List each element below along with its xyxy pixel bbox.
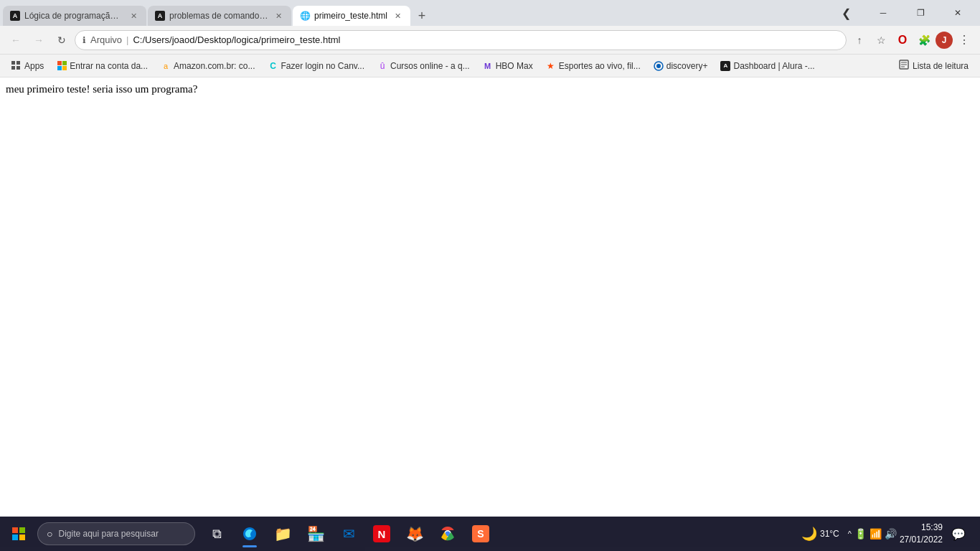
notification-button[interactable]: 💬 bbox=[946, 521, 971, 547]
search-placeholder: Digite aqui para pesquisar bbox=[58, 529, 158, 539]
discovery-label: discovery+ bbox=[666, 61, 708, 71]
bookmark-ms[interactable]: Entrar na conta da... bbox=[51, 59, 154, 73]
tab1-title: Lógica de programação I: Os pri... bbox=[24, 11, 123, 21]
hbo-label: HBO Max bbox=[496, 61, 533, 71]
bookmarks-right: Lista de leitura bbox=[892, 57, 974, 75]
tab3-favicon: 🌐 bbox=[300, 11, 310, 21]
tab1-close[interactable]: ✕ bbox=[128, 10, 139, 22]
edge-icon bbox=[241, 525, 258, 542]
chevron-up-icon[interactable]: ^ bbox=[848, 529, 852, 538]
forward-button[interactable]: → bbox=[29, 30, 49, 50]
address-url: C:/Users/joaod/Desktop/logica/primeiro_t… bbox=[133, 34, 340, 45]
taskbar-apps: ⧉ 📁 🏪 ✉ N 🦊 bbox=[201, 518, 496, 550]
bookmark-alura[interactable]: A Dashboard | Alura -... bbox=[715, 59, 820, 73]
tab-2[interactable]: A problemas de comando | Lógica... ✕ bbox=[148, 6, 291, 26]
navbar: ← → ↻ ℹ Arquivo | C:/Users/joaod/Desktop… bbox=[0, 26, 980, 55]
close-button[interactable]: ✕ bbox=[941, 0, 974, 26]
nav-right-icons: ↑ ☆ O 🧩 J ⋮ bbox=[849, 30, 974, 50]
search-icon: ○ bbox=[47, 528, 52, 540]
battery-icon: 🔋 bbox=[854, 528, 867, 540]
hbo-icon: M bbox=[483, 61, 493, 71]
sublime-icon: S bbox=[472, 525, 489, 542]
chrome-icon bbox=[439, 525, 456, 542]
weather-widget[interactable]: 🌙 31°C bbox=[796, 526, 845, 542]
apps-label: Apps bbox=[24, 61, 44, 71]
svg-point-5 bbox=[656, 64, 661, 68]
back-button[interactable]: ← bbox=[6, 30, 26, 50]
bookmark-canva[interactable]: C Fazer login no Canv... bbox=[262, 59, 370, 73]
bookmark-udemy[interactable]: û Cursos online - a q... bbox=[372, 59, 476, 73]
discovery-icon bbox=[654, 61, 664, 71]
firefox-button[interactable]: 🦊 bbox=[399, 518, 430, 550]
canva-icon: C bbox=[268, 61, 278, 71]
maximize-button[interactable]: ❐ bbox=[904, 0, 937, 26]
files-button[interactable]: 📁 bbox=[267, 518, 298, 550]
svg-rect-0 bbox=[11, 61, 15, 65]
bookmark-amazon[interactable]: a Amazon.com.br: co... bbox=[155, 59, 260, 73]
address-separator: | bbox=[126, 34, 128, 45]
reading-list-label: Lista de leitura bbox=[913, 61, 969, 71]
amazon-label: Amazon.com.br: co... bbox=[174, 61, 255, 71]
bookmark-hbo[interactable]: M HBO Max bbox=[477, 59, 539, 73]
amazon-icon: a bbox=[161, 61, 171, 71]
tab2-favicon: A bbox=[155, 11, 165, 21]
opera-button[interactable]: O bbox=[892, 30, 913, 50]
taskbar-search[interactable]: ○ Digite aqui para pesquisar bbox=[37, 522, 195, 545]
alura-icon: A bbox=[720, 61, 730, 71]
chrome-button[interactable] bbox=[432, 518, 463, 550]
weather-icon: 🌙 bbox=[801, 526, 817, 542]
reading-list-button[interactable]: Lista de leitura bbox=[892, 57, 974, 75]
tabs-area: A Lógica de programação I: Os pri... ✕ A… bbox=[0, 0, 824, 26]
taskview-button[interactable]: ⧉ bbox=[201, 518, 232, 550]
windows-logo bbox=[12, 527, 25, 540]
titlebar: A Lógica de programação I: Os pri... ✕ A… bbox=[0, 0, 980, 26]
protocol-icon: ℹ bbox=[83, 35, 86, 45]
ms-label: Entrar na conta da... bbox=[70, 61, 148, 71]
udemy-label: Cursos online - a q... bbox=[390, 61, 470, 71]
weather-temp: 31°C bbox=[820, 529, 839, 539]
edge-button[interactable] bbox=[234, 518, 265, 550]
system-icons: ^ 🔋 📶 🔊 bbox=[848, 528, 897, 540]
bookmark-discovery[interactable]: discovery+ bbox=[648, 59, 714, 73]
refresh-button[interactable]: ↻ bbox=[52, 30, 72, 50]
firefox-icon: 🦊 bbox=[406, 525, 423, 542]
clock-time: 15:39 bbox=[921, 522, 943, 534]
tab-1[interactable]: A Lógica de programação I: Os pri... ✕ bbox=[3, 6, 146, 26]
profile-button[interactable]: J bbox=[936, 32, 953, 49]
share-button[interactable]: ↑ bbox=[849, 30, 870, 50]
volume-icon: 🔊 bbox=[885, 528, 897, 540]
sublime-button[interactable]: S bbox=[465, 518, 496, 550]
store-button[interactable]: 🏪 bbox=[300, 518, 331, 550]
chevron-btn[interactable]: ❮ bbox=[829, 0, 862, 26]
page-text: meu primeiro teste! seria isso um progra… bbox=[6, 83, 974, 95]
clock-date: 27/01/2022 bbox=[900, 534, 943, 546]
mail-icon: ✉ bbox=[340, 525, 357, 542]
taskbar: ○ Digite aqui para pesquisar ⧉ 📁 🏪 ✉ N bbox=[0, 517, 980, 551]
page-content: meu primeiro teste! seria isso um progra… bbox=[0, 77, 980, 479]
address-protocol: Arquivo bbox=[90, 34, 122, 45]
tab1-favicon: A bbox=[10, 11, 20, 21]
tab2-title: problemas de comando | Lógica... bbox=[169, 11, 268, 21]
netflix-icon: N bbox=[373, 525, 390, 542]
canva-label: Fazer login no Canv... bbox=[281, 61, 364, 71]
tab3-close[interactable]: ✕ bbox=[392, 10, 403, 22]
tab2-close[interactable]: ✕ bbox=[273, 10, 284, 22]
apps-grid-icon bbox=[11, 61, 22, 71]
menu-button[interactable]: ⋮ bbox=[954, 30, 974, 50]
netflix-button[interactable]: N bbox=[366, 518, 397, 550]
start-button[interactable] bbox=[3, 518, 34, 550]
clock[interactable]: 15:39 27/01/2022 bbox=[900, 522, 943, 546]
extensions-button[interactable]: 🧩 bbox=[914, 30, 934, 50]
esportes-label: Esportes ao vivo, fil... bbox=[559, 61, 641, 71]
bookmark-button[interactable]: ☆ bbox=[871, 30, 891, 50]
esportes-icon: ★ bbox=[546, 61, 556, 71]
tab-3[interactable]: 🌐 primeiro_teste.html ✕ bbox=[293, 6, 410, 26]
bookmark-apps[interactable]: Apps bbox=[6, 59, 50, 73]
minimize-button[interactable]: ─ bbox=[867, 0, 900, 26]
mail-button[interactable]: ✉ bbox=[333, 518, 364, 550]
taskview-icon: ⧉ bbox=[208, 525, 225, 542]
bookmark-esportes[interactable]: ★ Esportes ao vivo, fil... bbox=[540, 59, 646, 73]
address-bar[interactable]: ℹ Arquivo | C:/Users/joaod/Desktop/logic… bbox=[75, 30, 847, 50]
svg-rect-1 bbox=[17, 61, 20, 65]
new-tab-button[interactable]: + bbox=[412, 6, 432, 26]
